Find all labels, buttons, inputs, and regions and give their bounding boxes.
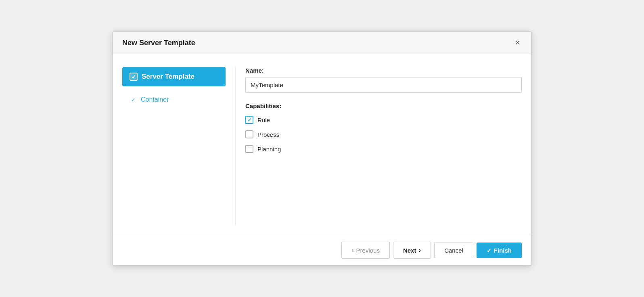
- capability-rule-label: Rule: [257, 117, 270, 123]
- new-server-template-dialog: New Server Template × ✓ Server Template …: [112, 31, 532, 266]
- name-label: Name:: [245, 67, 522, 74]
- cancel-button-label: Cancel: [444, 247, 463, 254]
- check-icon-server-template: ✓: [130, 73, 138, 81]
- chevron-right-icon: [418, 246, 421, 254]
- finish-button-label: Finish: [494, 247, 512, 254]
- finish-button[interactable]: Finish: [477, 243, 522, 258]
- sidebar: ✓ Server Template ✓ Container: [122, 67, 235, 225]
- dialog-body: ✓ Server Template ✓ Container Name: Capa…: [113, 54, 531, 235]
- close-button[interactable]: ×: [513, 38, 522, 47]
- previous-button[interactable]: Previous: [341, 242, 390, 259]
- capability-planning-label: Planning: [257, 146, 281, 153]
- sidebar-item-server-template-label: Server Template: [142, 73, 194, 81]
- cancel-button[interactable]: Cancel: [434, 243, 473, 258]
- capability-planning-checkbox[interactable]: [245, 145, 253, 153]
- next-button-label: Next: [403, 247, 416, 254]
- dialog-header: New Server Template ×: [113, 32, 531, 54]
- capability-process-item: Process: [245, 130, 522, 138]
- check-icon-finish: [487, 247, 491, 254]
- capabilities-label: Capabilities:: [245, 102, 522, 109]
- chevron-left-icon: [351, 246, 354, 254]
- check-icon-container: ✓: [130, 96, 137, 103]
- dialog-title: New Server Template: [122, 39, 195, 47]
- dialog-footer: Previous Next Cancel Finish: [113, 235, 531, 265]
- sidebar-item-server-template[interactable]: ✓ Server Template: [122, 67, 226, 86]
- capability-process-label: Process: [257, 131, 279, 138]
- name-input[interactable]: [245, 77, 522, 93]
- sidebar-item-container[interactable]: ✓ Container: [122, 92, 226, 107]
- sidebar-item-container-label: Container: [141, 96, 169, 103]
- next-button[interactable]: Next: [393, 242, 431, 259]
- check-mark-rule: ✓: [247, 117, 252, 123]
- capability-process-checkbox[interactable]: [245, 130, 253, 138]
- capability-rule-checkbox[interactable]: ✓: [245, 116, 253, 124]
- form-content: Name: Capabilities: ✓ Rule Process Plan: [235, 67, 522, 225]
- capability-rule-item: ✓ Rule: [245, 116, 522, 124]
- previous-button-label: Previous: [356, 247, 380, 254]
- capability-planning-item: Planning: [245, 145, 522, 153]
